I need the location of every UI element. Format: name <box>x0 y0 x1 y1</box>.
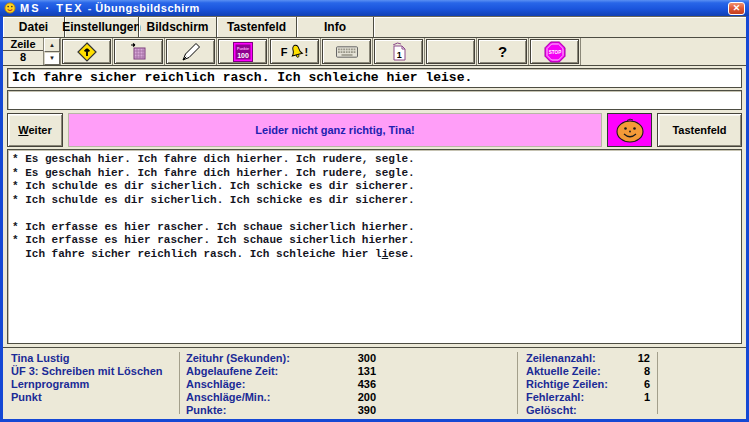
stat-label: Zeituhr (Sekunden): <box>186 352 336 365</box>
identity-line: ÜF 3: Schreiben mit Löschen <box>11 365 179 378</box>
close-icon[interactable]: ✕ <box>728 2 745 15</box>
stat-label: Aktuelle Zeile: <box>526 365 610 378</box>
title-separator: - <box>88 2 92 14</box>
stat-value: 300 <box>336 352 376 365</box>
smiley-indicator <box>607 113 652 147</box>
stat-row: Gelöscht: <box>526 404 650 417</box>
svg-text:100: 100 <box>237 51 249 58</box>
line-spinner: ▲ ▼ <box>43 38 60 65</box>
toolbar-button-error-bell[interactable]: F ! <box>270 39 319 64</box>
line-spinner-up[interactable]: ▲ <box>44 38 60 52</box>
stat-row: Anschläge/Min.:200 <box>186 391 376 404</box>
toolbar-button-pen[interactable] <box>166 39 215 64</box>
target-line-display: Ich fahre sicher reichlich rasch. Ich sc… <box>7 68 742 88</box>
bell-icon <box>289 44 304 59</box>
stat-label: Richtige Zeilen: <box>526 378 610 391</box>
pen-icon <box>181 42 201 62</box>
typing-input[interactable] <box>7 90 742 110</box>
stats-lines-column: Zeilenanzahl:12Aktuelle Zeile:8Richtige … <box>517 352 657 414</box>
menu-item-einstellungen[interactable]: Einstellungen <box>65 17 139 37</box>
toolbar-button-blank[interactable] <box>426 39 475 64</box>
menu-bar-filler <box>374 17 746 37</box>
practice-text-area: * Es geschah hier. Ich fahre dich hierhe… <box>7 149 742 344</box>
stat-row: Zeituhr (Sekunden):300 <box>186 352 376 365</box>
stats-identity-column: Tina LustigÜF 3: Schreiben mit LöschenLe… <box>3 352 179 414</box>
practice-line: * Ich erfasse es hier rascher. Ich schau… <box>12 234 739 248</box>
identity-line: Tina Lustig <box>11 352 179 365</box>
identity-line: Punkt <box>11 391 179 404</box>
stat-row: Aktuelle Zeile:8 <box>526 365 650 378</box>
weiter-button[interactable]: Weiter <box>7 113 63 147</box>
application-window: MS · TEX - Übungsbildschirm ✕ Datei Eins… <box>0 0 749 422</box>
line-spinner-down[interactable]: ▼ <box>44 52 60 66</box>
practice-line: * Ich schulde es dir sicherlich. Ich sch… <box>12 180 739 194</box>
stat-label: Gelöscht: <box>526 404 610 417</box>
menu-item-tastenfeld[interactable]: Tastenfeld <box>217 17 297 37</box>
toolbar-button-warning-diamond[interactable] <box>62 39 111 64</box>
svg-text:STOP: STOP <box>548 50 560 55</box>
stat-label: Anschläge: <box>186 378 336 391</box>
app-icon <box>4 2 16 14</box>
toolbar: Zeile 8 ▲ ▼ <box>3 38 746 66</box>
page-one-icon: 1 <box>390 42 408 62</box>
stat-row: Abgelaufene Zeit:131 <box>186 365 376 378</box>
practice-line <box>12 207 739 221</box>
stat-value: 131 <box>336 365 376 378</box>
app-title: MS · TEX <box>20 2 84 14</box>
help-icon: ? <box>498 43 507 60</box>
line-label: Zeile <box>3 38 43 51</box>
practice-line: * Ich erfasse es hier rascher. Ich schau… <box>12 221 739 235</box>
toolbar-button-keyboard[interactable] <box>322 39 371 64</box>
toolbar-button-punkte-100[interactable]: Punkte100 <box>218 39 267 64</box>
practice-line: * Es geschah hier. Ich fahre dich hierhe… <box>12 167 739 181</box>
weiter-label-accelerator: W <box>18 124 28 136</box>
practice-line: * Ich schulde es dir sicherlich. Ich sch… <box>12 194 739 208</box>
eraser-icon <box>130 43 148 61</box>
weiter-label: eiter <box>28 124 51 136</box>
stat-row: Anschläge:436 <box>186 378 376 391</box>
feedback-message: Leider nicht ganz richtig, Tina! <box>255 124 414 136</box>
toolbar-button-stop[interactable]: STOP <box>530 39 579 64</box>
menu-item-info[interactable]: Info <box>297 17 374 37</box>
practice-line: * Es geschah hier. Ich fahre dich hierhe… <box>12 153 739 167</box>
stat-label: Anschläge/Min.: <box>186 391 336 404</box>
stats-timing-column: Zeituhr (Sekunden):300Abgelaufene Zeit:1… <box>179 352 517 414</box>
stat-value <box>610 404 650 417</box>
stats-panel: Tina LustigÜF 3: Schreiben mit LöschenLe… <box>3 347 746 414</box>
stat-row: Richtige Zeilen:6 <box>526 378 650 391</box>
warning-diamond-icon <box>77 42 97 62</box>
error-bell-suffix: ! <box>305 46 309 58</box>
stat-row: Zeilenanzahl:12 <box>526 352 650 365</box>
menu-item-datei[interactable]: Datei <box>3 17 65 37</box>
stat-value: 200 <box>336 391 376 404</box>
tastenfeld-button[interactable]: Tastenfeld <box>657 113 742 147</box>
error-bell-prefix: F <box>281 46 288 58</box>
toolbar-button-help[interactable]: ? <box>478 39 527 64</box>
svg-text:1: 1 <box>396 49 401 59</box>
menu-bar: Datei Einstellungen Bildschirm Tastenfel… <box>3 16 746 38</box>
stat-row: Fehlerzahl:1 <box>526 391 650 404</box>
stat-value: 390 <box>336 404 376 417</box>
title-bar[interactable]: MS · TEX - Übungsbildschirm ✕ <box>0 0 749 16</box>
toolbar-button-page-one[interactable]: 1 <box>374 39 423 64</box>
stat-label: Abgelaufene Zeit: <box>186 365 336 378</box>
stat-label: Punkte: <box>186 404 336 417</box>
svg-text:Punkte: Punkte <box>237 47 249 51</box>
stat-value: 6 <box>610 378 650 391</box>
punkte-100-icon: Punkte100 <box>233 42 253 62</box>
menu-item-bildschirm[interactable]: Bildschirm <box>139 17 217 37</box>
stat-value: 12 <box>610 352 650 365</box>
stats-empty-column <box>657 352 746 414</box>
feedback-row: Weiter Leider nicht ganz richtig, Tina! … <box>7 113 742 147</box>
practice-line: Ich fahre sicher reichlich rasch. Ich sc… <box>12 248 739 262</box>
toolbar-filler <box>581 38 746 65</box>
line-indicator: Zeile 8 ▲ ▼ <box>3 38 61 65</box>
line-value: 8 <box>3 51 43 65</box>
stat-label: Fehlerzahl: <box>526 391 610 404</box>
toolbar-button-eraser[interactable] <box>114 39 163 64</box>
stat-label: Zeilenanzahl: <box>526 352 610 365</box>
smiley-face-icon <box>613 116 647 144</box>
window-content: Datei Einstellungen Bildschirm Tastenfel… <box>3 16 746 419</box>
keyboard-icon <box>336 46 358 58</box>
stat-value: 1 <box>610 391 650 404</box>
